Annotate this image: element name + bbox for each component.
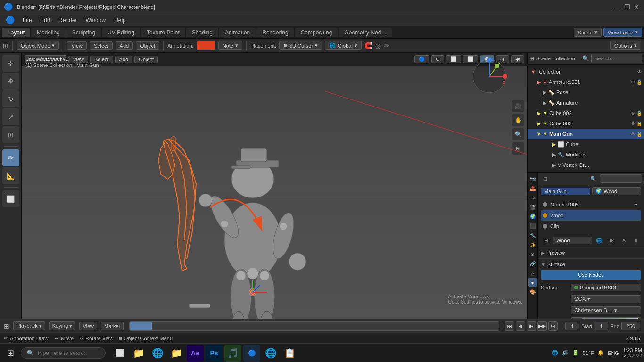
tl-next-frame[interactable]: ▶▶ (537, 321, 547, 331)
editor-type-btn[interactable]: ⊞ (3, 42, 8, 49)
scale-tool[interactable]: ⤢ (2, 108, 19, 125)
viewport-shading-btn[interactable]: 🔵 (414, 55, 429, 63)
props-editor-type[interactable]: ⊞ (540, 173, 550, 184)
taskbar-app-ps[interactable]: Ps (206, 345, 223, 362)
prop-render-icon[interactable]: 📷 (528, 174, 537, 183)
battery-icon[interactable]: 🔋 (572, 350, 579, 356)
outliner-item-modifiers[interactable]: ▶ 🔧 Modifiers (528, 149, 644, 160)
outliner-item-armature001[interactable]: ▶ ★ Armature.001 👁 🔒 (528, 77, 644, 87)
snap-icon[interactable]: 🧲 (364, 42, 372, 49)
rotate-tool[interactable]: ↻ (2, 90, 19, 107)
tl-jump-end[interactable]: ⏭ (548, 321, 558, 331)
viewport-mode-btn[interactable]: Object Mode ▾ (25, 55, 66, 63)
taskbar-app-chrome[interactable]: 🌐 (149, 345, 166, 362)
prop-view-layer-icon[interactable]: 🗂 (528, 193, 537, 202)
annotate-tool[interactable]: ✏ (2, 149, 19, 166)
prop-constraints-icon[interactable]: 🔗 (528, 259, 537, 268)
timeline-track[interactable] (129, 321, 499, 331)
prop-data-icon[interactable]: △ (528, 269, 537, 277)
viewport-overlay-btn[interactable]: ⊙ (431, 55, 444, 63)
christensen-dropdown[interactable]: Christensen-B… ▾ (571, 306, 641, 314)
use-nodes-button[interactable]: Use Nodes (541, 270, 641, 280)
tab-rendering[interactable]: Rendering (256, 28, 294, 37)
viewport-view-btn[interactable]: View (68, 56, 88, 63)
menu-edit[interactable]: Edit (36, 16, 54, 25)
volume-icon[interactable]: 🔊 (562, 350, 569, 356)
material-unlink-btn[interactable]: ✕ (619, 235, 629, 246)
prop-physics-icon[interactable]: ⚙ (528, 250, 537, 258)
tab-compositing[interactable]: Compositing (295, 28, 338, 37)
tab-uv-editing[interactable]: UV Editing (102, 28, 140, 37)
tab-layout[interactable]: Layout (2, 28, 30, 37)
transform-tool[interactable]: ⊞ (2, 126, 19, 143)
tab-geometry-nodes[interactable]: Geometry Nod… (339, 28, 392, 37)
taskbar-app-mail[interactable]: 📋 (281, 345, 298, 362)
viewport-add-btn[interactable]: Add (115, 56, 133, 63)
keying-btn[interactable]: Keying ▾ (49, 321, 76, 330)
viewport-render-btn[interactable]: ◉ (511, 55, 524, 63)
prop-object-icon[interactable]: ⬛ (528, 222, 537, 230)
outliner-item-maingun[interactable]: ▼ ▼ Main Gun 👁 🔒 (528, 129, 644, 139)
material-extra-btn[interactable]: ≡ (631, 235, 641, 246)
tl-view-btn[interactable]: View (79, 322, 97, 330)
material-tree-btn[interactable]: 🌐 (594, 235, 604, 246)
viewport-object-btn[interactable]: Object (134, 56, 158, 63)
view-layer-dropdown[interactable]: View Layer ▾ (603, 28, 642, 37)
taskbar-search[interactable]: 🔍 Type here to search (21, 347, 106, 359)
props-search-input[interactable] (600, 174, 643, 183)
editor-type-tl-icon[interactable]: ⊞ (4, 322, 9, 330)
annotation-icon[interactable]: ✏ (384, 42, 389, 49)
tab-animation[interactable]: Animation (219, 28, 256, 37)
material-copy-btn[interactable]: ⊞ (606, 235, 617, 246)
taskbar-app-music[interactable]: 🎵 (224, 345, 241, 362)
object-mode-dropdown[interactable]: Object Mode ▾ (17, 41, 59, 50)
options-btn[interactable]: Options ▾ (610, 41, 641, 50)
menu-file[interactable]: File (19, 16, 35, 25)
viewport-container[interactable]: Object Mode ▾ View Select Add Object 🔵 ⊙… (22, 53, 527, 319)
annotation-color-swatch[interactable] (197, 41, 215, 50)
prop-particles-icon[interactable]: ✨ (528, 240, 537, 249)
prop-world-icon[interactable]: 🌍 (528, 212, 537, 221)
taskbar-app-taskview[interactable]: ⬜ (111, 345, 128, 362)
outliner-search[interactable] (591, 54, 642, 63)
surface-header[interactable]: ▼ Surface (541, 261, 641, 268)
minimize-button[interactable]: — (614, 3, 621, 11)
start-button[interactable]: ⊞ (2, 345, 19, 362)
tl-prev-frame[interactable]: ◀ (516, 321, 525, 331)
editor-type-icon[interactable]: ⊞ (529, 55, 534, 62)
playback-btn[interactable]: Playback ▾ (13, 321, 45, 330)
outliner-item-cube002[interactable]: ▶ ▼ Cube.002 👁 🔒 (528, 108, 644, 118)
menu-render[interactable]: Render (55, 16, 81, 25)
network-icon[interactable]: 🌐 (552, 350, 558, 356)
taskbar-app-browser2[interactable]: 🌐 (262, 345, 279, 362)
surface-value-field[interactable]: Principled BSDF (571, 284, 641, 291)
maximize-button[interactable]: ❐ (623, 3, 631, 11)
scene-dropdown[interactable]: Scene ▾ (574, 28, 602, 37)
tab-modeling[interactable]: Modeling (31, 28, 66, 37)
material-wood-field[interactable]: Wood (553, 237, 592, 244)
taskbar-app-blender[interactable]: 🔵 (243, 345, 260, 362)
viewport-solid-btn[interactable]: ⬤ (480, 55, 494, 63)
proportional-edit-icon[interactable]: ◎ (375, 42, 381, 49)
tl-play[interactable]: ▶ (527, 321, 536, 331)
tab-texture-paint[interactable]: Texture Paint (141, 28, 185, 37)
global-dropdown[interactable]: 🌐 Global ▾ (325, 41, 362, 50)
prop-material-icon[interactable]: ● (528, 278, 537, 287)
tab-sculpting[interactable]: Sculpting (66, 28, 101, 37)
prop-output-icon[interactable]: 📤 (528, 184, 537, 192)
mat-slot-wood[interactable]: Wood (541, 210, 641, 221)
outliner-item-cube003[interactable]: ▶ ▼ Cube.003 👁 🔒 (528, 118, 644, 129)
outliner-search-btn[interactable]: 🔍 (582, 55, 589, 62)
object-name-field[interactable]: Main Gun (541, 188, 590, 195)
viewport-select-btn[interactable]: Select (90, 56, 113, 63)
ggx-dropdown[interactable]: GGX ▾ (571, 295, 641, 303)
measure-tool[interactable]: 📐 (2, 167, 19, 184)
outliner-item-collection[interactable]: ▼ Collection 👁 (528, 66, 644, 77)
taskbar-app-ae[interactable]: Ae (187, 345, 204, 362)
mat-add-material005[interactable]: + (632, 199, 639, 210)
current-frame-field[interactable]: 1 (565, 322, 579, 330)
marker-btn[interactable]: Marker (101, 322, 124, 330)
outliner-item-armature[interactable]: ▶ 🦴 Armature (528, 98, 644, 108)
cursor-3d-dropdown[interactable]: ⊕ 3D Cursor ▾ (279, 41, 322, 50)
end-frame-field[interactable]: 250 (621, 322, 640, 330)
